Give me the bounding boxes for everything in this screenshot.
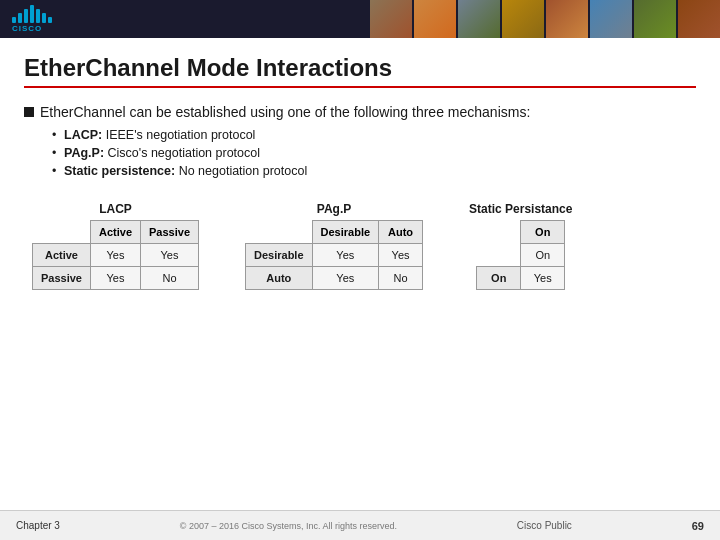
pagp-row-desirable: Desirable xyxy=(246,244,313,267)
pagp-row-auto: Auto xyxy=(246,267,313,290)
pagp-auto-desirable: Yes xyxy=(312,267,379,290)
table-row: On xyxy=(477,244,565,267)
footer-chapter: Chapter 3 xyxy=(16,520,60,531)
lacp-passive-passive: No xyxy=(141,267,199,290)
lacp-col-passive: Passive xyxy=(141,221,199,244)
pagp-desirable-auto: Yes xyxy=(379,244,423,267)
bullet-square xyxy=(24,107,34,117)
table-row: Active Yes Yes xyxy=(33,244,199,267)
corner-cell xyxy=(477,221,521,244)
main-bullet: EtherChannel can be established using on… xyxy=(24,104,696,120)
footer-copyright: © 2007 – 2016 Cisco Systems, Inc. All ri… xyxy=(180,521,397,531)
bullet-section: EtherChannel can be established using on… xyxy=(24,104,696,178)
sub-bullet-bold-3: Static persistence: xyxy=(64,164,175,178)
pagp-table-group: PAg.P Desirable Auto Desirable Yes Yes A… xyxy=(245,202,423,290)
static-on-on: Yes xyxy=(521,267,565,290)
table-row: Passive Yes No xyxy=(33,267,199,290)
sub-bullet-text-1: IEEE's negotiation protocol xyxy=(106,128,256,142)
main-bullet-text: EtherChannel can be established using on… xyxy=(40,104,530,120)
corner-cell xyxy=(33,221,91,244)
footer-label: Cisco Public xyxy=(517,520,572,531)
header-images xyxy=(370,0,720,38)
pagp-desirable-desirable: Yes xyxy=(312,244,379,267)
static-label: Static Persistance xyxy=(469,202,572,216)
table-row: Auto Yes No xyxy=(246,267,423,290)
lacp-active-active: Yes xyxy=(90,244,140,267)
table-row: On Yes xyxy=(477,267,565,290)
table-row: Desirable Auto xyxy=(246,221,423,244)
pagp-label: PAg.P xyxy=(317,202,351,216)
static-on-top: On xyxy=(521,244,565,267)
static-row-on: On xyxy=(477,267,521,290)
lacp-active-passive: Yes xyxy=(141,244,199,267)
footer: Chapter 3 © 2007 – 2016 Cisco Systems, I… xyxy=(0,510,720,540)
static-table: On On On Yes xyxy=(476,220,565,290)
lacp-label: LACP xyxy=(99,202,132,216)
lacp-row-active: Active xyxy=(33,244,91,267)
footer-page-number: 69 xyxy=(692,520,704,532)
lacp-col-active: Active xyxy=(90,221,140,244)
list-item: PAg.P: Cisco's negotiation protocol xyxy=(52,146,696,160)
header: CISCO xyxy=(0,0,720,38)
sub-bullets-list: LACP: IEEE's negotiation protocol PAg.P:… xyxy=(52,128,696,178)
sub-bullet-text-3: No negotiation protocol xyxy=(179,164,308,178)
cisco-logo: CISCO xyxy=(12,5,52,33)
lacp-table: Active Passive Active Yes Yes Passive Ye… xyxy=(32,220,199,290)
table-row: On xyxy=(477,221,565,244)
static-table-group: Static Persistance On On On Yes xyxy=(469,202,572,290)
sub-bullet-bold-1: LACP: xyxy=(64,128,102,142)
list-item: LACP: IEEE's negotiation protocol xyxy=(52,128,696,142)
main-content: EtherChannel Mode Interactions EtherChan… xyxy=(0,38,720,300)
static-empty-row xyxy=(477,244,521,267)
lacp-row-passive: Passive xyxy=(33,267,91,290)
page-title: EtherChannel Mode Interactions xyxy=(24,54,696,88)
pagp-col-auto: Auto xyxy=(379,221,423,244)
pagp-auto-auto: No xyxy=(379,267,423,290)
lacp-passive-active: Yes xyxy=(90,267,140,290)
table-row: Desirable Yes Yes xyxy=(246,244,423,267)
tables-area: LACP Active Passive Active Yes Yes Passi… xyxy=(24,202,696,290)
pagp-table: Desirable Auto Desirable Yes Yes Auto Ye… xyxy=(245,220,423,290)
list-item: Static persistence: No negotiation proto… xyxy=(52,164,696,178)
lacp-table-group: LACP Active Passive Active Yes Yes Passi… xyxy=(32,202,199,290)
corner-cell xyxy=(246,221,313,244)
sub-bullet-text-2: Cisco's negotiation protocol xyxy=(108,146,260,160)
static-col-on: On xyxy=(521,221,565,244)
sub-bullet-bold-2: PAg.P: xyxy=(64,146,104,160)
table-row: Active Passive xyxy=(33,221,199,244)
pagp-col-desirable: Desirable xyxy=(312,221,379,244)
